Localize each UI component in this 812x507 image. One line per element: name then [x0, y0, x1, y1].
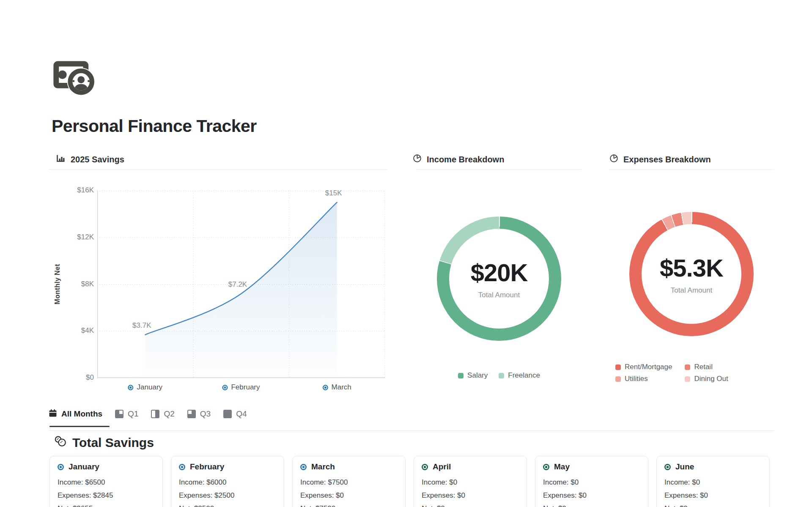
tab-q2[interactable]: Q2: [151, 409, 174, 419]
coins-icon: [54, 436, 66, 450]
income-total-value: $20K: [471, 258, 528, 287]
data-point-label: $7.2K: [228, 280, 247, 289]
income-line: Income: $6500: [58, 476, 155, 489]
total-savings-title: Total Savings: [72, 436, 154, 450]
legend-item-salary[interactable]: Salary: [458, 371, 488, 380]
month-marker-icon: [58, 464, 64, 470]
series-marker-icon: [323, 385, 328, 390]
divider: [609, 169, 774, 170]
tab-all-months[interactable]: All Months: [49, 409, 102, 419]
legend-swatch-icon: [458, 373, 464, 378]
tab-q4[interactable]: Q4: [223, 409, 247, 419]
series-marker-icon: [222, 385, 228, 390]
net-line: Net: $0: [543, 502, 640, 507]
month-marker-icon: [664, 464, 671, 470]
divider: [49, 169, 387, 170]
income-total-label: Total Amount: [478, 291, 520, 299]
month-card-may[interactable]: May Income: $0 Expenses: $0 Net: $0: [535, 456, 648, 507]
income-legend: SalaryFreelance: [417, 371, 582, 380]
quarter-2-icon: [151, 410, 159, 418]
month-card-march[interactable]: March Income: $7500 Expenses: $0 Net: $7…: [292, 456, 406, 507]
legend-item-rent-mortgage[interactable]: Rent/Mortgage: [615, 363, 672, 371]
month-name: February: [190, 462, 224, 471]
calendar-icon: [49, 409, 57, 419]
y-axis-tick: $12K: [55, 233, 94, 241]
x-axis-label-january: January: [128, 383, 162, 392]
legend-swatch-icon: [685, 364, 690, 370]
income-line: Income: $0: [543, 476, 640, 489]
expenses-line: Expenses: $0: [300, 489, 398, 502]
month-card-january[interactable]: January Income: $6500 Expenses: $2845 Ne…: [49, 456, 163, 507]
legend-item-dining-out[interactable]: Dining Out: [685, 375, 728, 383]
pie-chart-icon: [413, 154, 422, 165]
month-name: April: [433, 462, 451, 471]
legend-item-retail[interactable]: Retail: [685, 363, 728, 371]
quarter-filter-tabs: All Months Q1 Q2 Q3 Q4: [49, 407, 247, 421]
tab-q1[interactable]: Q1: [115, 409, 138, 419]
month-card-february[interactable]: February Income: $6000 Expenses: $2500 N…: [171, 456, 284, 507]
y-axis-tick: $8K: [55, 280, 94, 288]
income-donut-chart: $20K Total Amount: [437, 217, 561, 341]
line-series: [145, 203, 337, 335]
expenses-line: Expenses: $0: [664, 489, 762, 502]
month-marker-icon: [300, 464, 307, 470]
net-line: Net: $3500: [179, 502, 276, 507]
app-logo-money-icon: [53, 58, 97, 99]
expenses-section-title: Expenses Breakdown: [623, 155, 711, 164]
month-name: January: [69, 462, 99, 471]
month-name: March: [311, 462, 335, 471]
expenses-line: Expenses: $2500: [179, 489, 276, 502]
income-section-header: Income Breakdown: [413, 154, 504, 165]
pie-chart-icon: [609, 154, 618, 165]
income-line: Income: $7500: [300, 476, 398, 489]
legend-swatch-icon: [685, 376, 690, 382]
data-point-label: $15K: [325, 189, 342, 197]
expenses-total-value: $5.3K: [660, 254, 723, 282]
line-series-area: [145, 203, 337, 378]
expenses-line: Expenses: $2845: [58, 489, 155, 502]
page: { "page": { "title": "Personal Finance T…: [0, 0, 812, 507]
income-section-title: Income Breakdown: [427, 155, 504, 164]
net-line: Net: $0: [422, 502, 519, 507]
expenses-total-label: Total Amount: [671, 286, 712, 295]
legend-swatch-icon: [615, 364, 621, 370]
income-line: Income: $0: [664, 476, 762, 489]
quarter-3-icon: [187, 410, 196, 418]
expenses-donut-center: $5.3K Total Amount: [642, 224, 741, 324]
expenses-donut-chart: $5.3K Total Amount: [629, 212, 754, 336]
savings-section-title: 2025 Savings: [71, 155, 124, 164]
month-marker-icon: [543, 464, 549, 470]
net-line: Net: $7500: [300, 502, 398, 507]
income-donut-center: $20K Total Amount: [449, 229, 549, 329]
month-marker-icon: [422, 464, 428, 470]
net-line: Net: $0: [664, 502, 762, 507]
x-axis-label-march: March: [323, 383, 351, 392]
quarter-4-icon: [223, 410, 232, 418]
divider: [49, 430, 774, 431]
month-card-june[interactable]: June Income: $0 Expenses: $0 Net: $0: [656, 456, 770, 507]
total-savings-header: Total Savings: [54, 436, 154, 450]
y-axis-name: Monthly Net: [54, 263, 62, 305]
y-axis-tick: $16K: [55, 186, 94, 195]
legend-swatch-icon: [615, 376, 621, 382]
data-point-label: $3.7K: [132, 321, 151, 330]
y-axis-tick: $4K: [55, 326, 94, 335]
legend-item-freelance[interactable]: Freelance: [499, 371, 540, 380]
month-name: June: [675, 462, 694, 471]
expenses-legend: Rent/MortgageUtilitiesRetailDining Out: [615, 363, 728, 383]
expenses-line: Expenses: $0: [543, 489, 640, 502]
income-line: Income: $6000: [179, 476, 276, 489]
savings-section-header: 2025 Savings: [56, 154, 124, 165]
expenses-section-header: Expenses Breakdown: [609, 154, 711, 165]
tab-q3[interactable]: Q3: [187, 409, 211, 419]
bar-chart-icon: [56, 154, 66, 165]
expenses-line: Expenses: $0: [422, 489, 519, 502]
month-card-april[interactable]: April Income: $0 Expenses: $0 Net: $0: [414, 456, 527, 507]
legend-item-utilities[interactable]: Utilities: [615, 375, 672, 383]
x-axis-label-february: February: [222, 383, 260, 392]
net-line: Net: $3655: [58, 502, 155, 507]
legend-swatch-icon: [499, 373, 504, 378]
month-name: May: [554, 462, 570, 471]
series-marker-icon: [128, 385, 134, 390]
month-marker-icon: [179, 464, 185, 470]
